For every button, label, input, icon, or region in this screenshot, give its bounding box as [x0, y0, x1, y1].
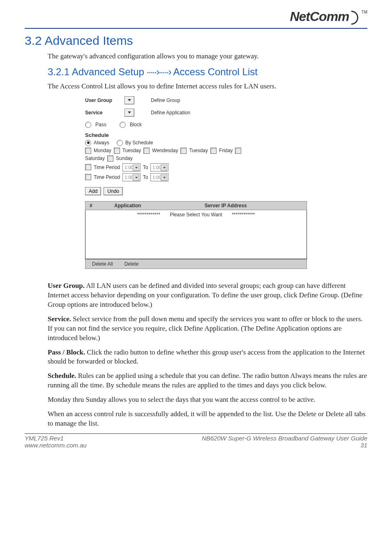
day-checkbox-sat[interactable] [235, 148, 241, 154]
footer-divider [25, 433, 367, 434]
always-radio[interactable] [85, 140, 91, 146]
time-period-1-label: Time Period [94, 164, 120, 170]
day-checkbox-tue2[interactable] [180, 148, 187, 154]
service-desc: Select service from the pull down menu a… [48, 315, 362, 342]
footer-left-2: www.netcomm.com.au [25, 442, 87, 449]
define-application-link[interactable]: Define Application [151, 110, 190, 116]
to-label: To [143, 174, 148, 180]
service-select[interactable] [125, 109, 134, 117]
pass-radio[interactable] [85, 122, 91, 128]
subsection-heading: 3.2.1 Advanced Setup ·····›·····› Access… [48, 66, 367, 78]
delete-button[interactable]: Delete [120, 261, 143, 267]
stars-right: ************ [232, 212, 255, 218]
col-app: Application [114, 203, 205, 208]
block-radio[interactable] [120, 122, 126, 128]
day-checkbox-wed[interactable] [143, 148, 150, 154]
day-label: Friday [219, 148, 233, 153]
day-label: Monday [94, 148, 111, 153]
footer-right-2: 31 [202, 442, 367, 449]
service-term: Service. [48, 315, 71, 323]
service-label: Service [85, 110, 120, 116]
day-checkbox-fri[interactable] [210, 148, 217, 154]
page-footer: YML725 Rev1 www.netcomm.com.au NB620W Su… [25, 435, 367, 449]
time-to-1-select[interactable]: 1:00 [150, 163, 168, 171]
define-group-link[interactable]: Define Group [151, 97, 180, 103]
pass-label: Pass [95, 122, 106, 127]
day-checkbox-sun[interactable] [107, 155, 113, 162]
h3-post: Access Control List [173, 66, 258, 78]
arrow-icon: ·····›·····› [147, 66, 171, 78]
delete-all-button[interactable]: Delete All [88, 261, 117, 267]
section-intro: The gateway's advanced configuration all… [48, 52, 367, 61]
block-label: Block [130, 122, 142, 127]
day-checkbox-mon[interactable] [85, 148, 91, 154]
section-heading: 3.2 Advanced Items [25, 34, 367, 48]
time-to-2-select[interactable]: 1:00 [150, 173, 168, 181]
acl-table-header: # Application Server IP Address [85, 201, 307, 210]
to-label: To [143, 164, 148, 170]
day-label: Wendesday [152, 148, 178, 153]
user-group-label: User Group [85, 97, 120, 103]
footer-right-1: NB620W Super-G Wireless Broadband Gatewa… [202, 435, 367, 442]
day-label: Tuesday [122, 148, 141, 153]
col-ip: Server IP Address [205, 203, 307, 208]
pass-block-desc: Click the radio button to define whether… [48, 348, 365, 366]
schedule-heading: Schedule [85, 132, 307, 138]
brand-name: NetComm [290, 9, 349, 24]
screenshot-panel: User Group Define Group Service Define A… [85, 96, 307, 269]
time-from-1-select[interactable]: 1:00 [122, 163, 140, 171]
day-label: Tuesday [189, 148, 208, 153]
brand-logo: NetComm TM [25, 8, 367, 25]
header-divider [25, 28, 367, 29]
time-period-2-label: Time Period [94, 174, 120, 180]
list-desc: When an access control rule is successfu… [48, 410, 367, 429]
please-select: Please Select You Want [170, 212, 222, 218]
by-schedule-label: By Schedule [125, 140, 153, 146]
by-schedule-radio[interactable] [117, 140, 123, 146]
undo-button[interactable]: Undo [104, 187, 123, 195]
brand-tm: TM [362, 10, 367, 14]
user-group-term: User Group. [48, 282, 85, 290]
subsection-intro: The Access Control List allows you to de… [48, 82, 367, 91]
brand-arc-icon [352, 10, 359, 23]
acl-table-footer: Delete All Delete [85, 259, 307, 269]
time-from-2-select[interactable]: 1:00 [122, 173, 140, 181]
footer-left-1: YML725 Rev1 [25, 435, 87, 442]
user-group-desc: All LAN users can be defined and divided… [48, 282, 362, 308]
day-label: Sunday [116, 155, 133, 161]
schedule-desc: Rules can be applied using a schedule th… [48, 372, 367, 389]
time-period-2-checkbox[interactable] [85, 174, 91, 180]
add-button[interactable]: Add [85, 187, 101, 195]
days-desc: Monday thru Sunday allows you to select … [48, 395, 367, 405]
acl-table-body: ************ Please Select You Want ****… [85, 210, 307, 259]
pass-block-term: Pass / Block. [48, 348, 85, 356]
col-num: # [85, 203, 114, 208]
day-label: Saturday [85, 155, 105, 161]
descriptions: User Group. All LAN users can be defined… [48, 281, 367, 429]
user-group-select[interactable] [125, 96, 134, 104]
h3-pre: 3.2.1 Advanced Setup [48, 66, 144, 78]
stars-left: ************ [137, 212, 160, 218]
time-period-1-checkbox[interactable] [85, 164, 91, 170]
schedule-term: Schedule. [48, 372, 76, 380]
day-checkbox-tue[interactable] [114, 148, 120, 154]
always-label: Always [94, 140, 109, 146]
